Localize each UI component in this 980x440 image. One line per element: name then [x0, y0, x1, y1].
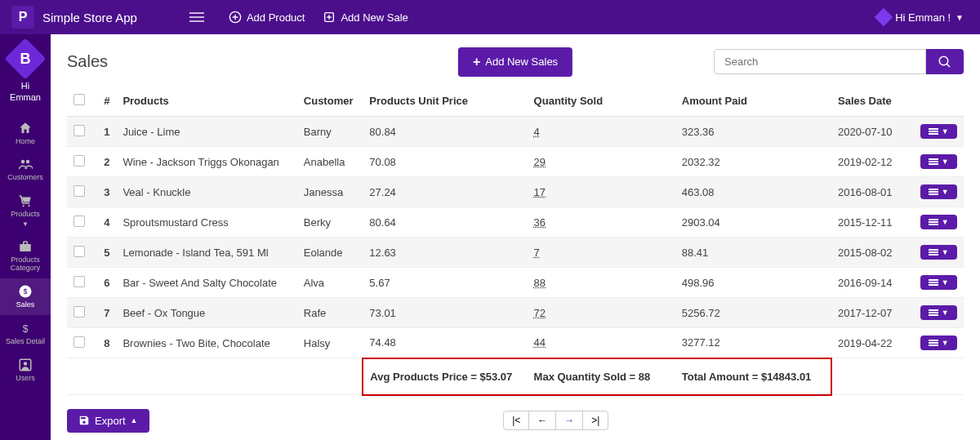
- row-date: 2019-02-12: [831, 147, 914, 177]
- search-button[interactable]: [926, 49, 964, 74]
- home-icon: [18, 121, 33, 136]
- row-action-button[interactable]: ▼: [920, 124, 957, 139]
- sidebar-item-label: Products: [11, 211, 40, 219]
- add-new-sales-button[interactable]: + Add New Sales: [458, 47, 572, 77]
- chevron-down-icon: ▼: [956, 13, 964, 22]
- row-customer: Anabella: [297, 147, 363, 177]
- pagination: |< ← → >|: [504, 411, 608, 430]
- row-checkbox[interactable]: [74, 216, 85, 227]
- table-row: 3Veal - KnuckleJanessa27.2417463.082016-…: [67, 177, 964, 207]
- add-new-sale-link[interactable]: Add New Sale: [323, 11, 408, 24]
- row-product: Juice - Lime: [116, 117, 296, 147]
- menu-icon: [929, 249, 938, 256]
- header-num[interactable]: #: [91, 86, 116, 117]
- main-content: Sales + Add New Sales # Products Custome…: [51, 0, 980, 440]
- row-checkbox[interactable]: [74, 185, 85, 197]
- row-action-button[interactable]: ▼: [920, 305, 957, 320]
- row-date: 2015-12-11: [831, 207, 914, 238]
- row-checkbox[interactable]: [74, 306, 85, 318]
- row-num: 8: [91, 328, 116, 358]
- add-product-label: Add Product: [247, 11, 305, 24]
- menu-icon: [929, 279, 938, 286]
- row-price: 70.08: [363, 147, 527, 177]
- sidebar-item-users[interactable]: Users: [0, 352, 51, 389]
- row-action-button[interactable]: ▼: [920, 275, 957, 290]
- row-num: 4: [91, 207, 116, 238]
- svg-rect-6: [20, 244, 31, 251]
- row-product: Veal - Knuckle: [116, 177, 296, 207]
- row-checkbox[interactable]: [74, 155, 85, 167]
- sidebar-item-label: Products Category: [0, 256, 51, 273]
- row-action-button[interactable]: ▼: [920, 154, 957, 169]
- row-product: Beef - Ox Tongue: [116, 298, 296, 328]
- header-products[interactable]: Products: [116, 86, 296, 117]
- row-customer: Halsy: [297, 328, 363, 358]
- row-checkbox[interactable]: [74, 336, 85, 348]
- row-date: 2016-09-14: [831, 268, 914, 298]
- table-row: 6Bar - Sweet And Salty ChocolateAlva5.67…: [67, 268, 964, 298]
- add-sale-icon: [323, 11, 336, 24]
- row-amount: 498.96: [675, 268, 831, 298]
- row-checkbox[interactable]: [74, 125, 85, 136]
- row-price: 5.67: [363, 268, 527, 298]
- row-action-button[interactable]: ▼: [920, 184, 957, 199]
- sidebar-item-home[interactable]: Home: [0, 115, 51, 152]
- user-menu-label: Hi Emman !: [895, 11, 951, 24]
- add-new-sales-label: Add New Sales: [485, 56, 558, 68]
- row-checkbox[interactable]: [74, 246, 85, 257]
- page-prev-button[interactable]: ←: [528, 411, 556, 430]
- row-checkbox[interactable]: [74, 276, 85, 287]
- sidebar-item-label: Users: [16, 375, 35, 383]
- row-product: Lemonade - Island Tea, 591 Ml: [116, 238, 296, 268]
- plus-icon: +: [473, 55, 480, 69]
- search-input[interactable]: [714, 49, 926, 74]
- dollar-icon: $: [18, 321, 33, 336]
- users-icon: [18, 157, 33, 171]
- row-action-button[interactable]: ▼: [920, 215, 957, 229]
- export-button[interactable]: Export ▲: [67, 409, 149, 433]
- sidebar-item-products-category[interactable]: Products Category: [0, 233, 51, 278]
- header-amount-paid[interactable]: Amount Paid: [675, 86, 831, 117]
- chevron-down-icon: ▼: [942, 188, 949, 196]
- svg-point-11: [24, 362, 28, 366]
- user-box-icon: [18, 358, 33, 372]
- header-sales-date[interactable]: Sales Date: [831, 86, 914, 117]
- sidebar-item-sales[interactable]: $Sales: [0, 278, 51, 315]
- page-next-button[interactable]: →: [555, 411, 583, 430]
- page-first-button[interactable]: |<: [503, 411, 529, 430]
- sidebar-item-sales-detail[interactable]: $Sales Detail: [0, 315, 51, 352]
- user-menu[interactable]: Hi Emman ! ▼: [877, 11, 964, 24]
- row-date: 2016-08-01: [831, 177, 914, 207]
- table-row: 7Beef - Ox TongueRafe73.01725256.722017-…: [67, 298, 964, 328]
- select-all-checkbox[interactable]: [74, 94, 85, 105]
- row-amount: 463.08: [675, 177, 831, 207]
- total-amount-summary: Total Amount = $14843.01: [675, 358, 831, 395]
- header-qty-sold[interactable]: Quantity Sold: [528, 86, 675, 117]
- row-action-button[interactable]: ▼: [920, 336, 957, 350]
- sidebar-item-customers[interactable]: Customers: [0, 151, 51, 188]
- row-amount: 2032.32: [675, 147, 831, 177]
- table-row: 8Brownies - Two Bite, ChocolateHalsy74.4…: [67, 328, 964, 358]
- row-action-button[interactable]: ▼: [920, 245, 957, 260]
- table-row: 2Wine - Jackson Triggs OkonaganAnabella7…: [67, 147, 964, 177]
- row-price: 80.84: [363, 117, 527, 147]
- svg-point-3: [26, 160, 30, 164]
- row-date: 2017-12-07: [831, 298, 914, 328]
- row-qty: 7: [528, 238, 675, 268]
- header-unit-price[interactable]: Products Unit Price: [363, 86, 527, 117]
- hamburger-icon[interactable]: [189, 12, 204, 22]
- sidebar-item-products[interactable]: Products▼: [0, 188, 51, 233]
- header-customer[interactable]: Customer: [297, 86, 363, 117]
- page-last-button[interactable]: >|: [582, 411, 608, 430]
- row-price: 12.63: [363, 238, 527, 268]
- row-amount: 2903.04: [675, 207, 831, 238]
- svg-point-12: [939, 56, 948, 65]
- row-product: Sproutsmustard Cress: [116, 207, 296, 238]
- avg-price-summary: Avg Products Price = $53.07: [363, 358, 527, 395]
- row-date: 2019-04-22: [831, 328, 914, 358]
- add-product-link[interactable]: Add Product: [229, 11, 305, 24]
- row-qty: 44: [528, 328, 675, 358]
- chevron-down-icon: ▼: [942, 158, 949, 166]
- row-qty: 17: [528, 177, 675, 207]
- caret-up-icon: ▲: [131, 416, 138, 424]
